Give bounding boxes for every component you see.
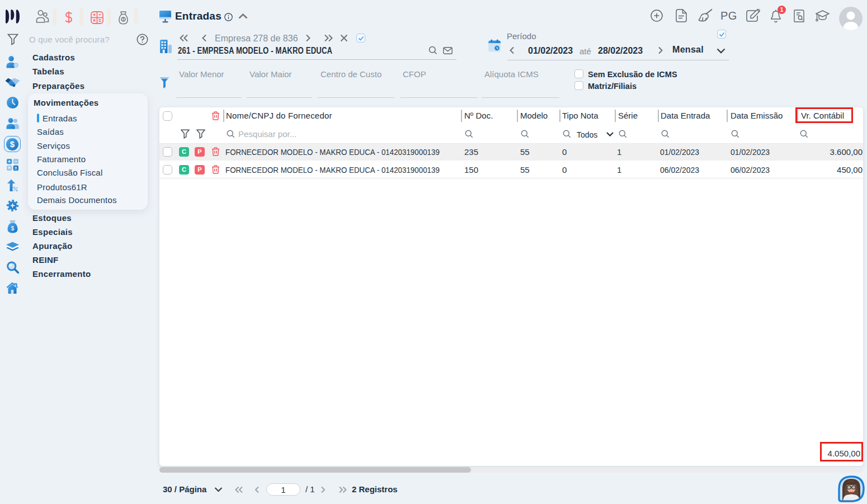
- svg-text:$: $: [11, 225, 15, 232]
- svg-text:$: $: [10, 139, 15, 149]
- svg-text:$: $: [122, 17, 125, 21]
